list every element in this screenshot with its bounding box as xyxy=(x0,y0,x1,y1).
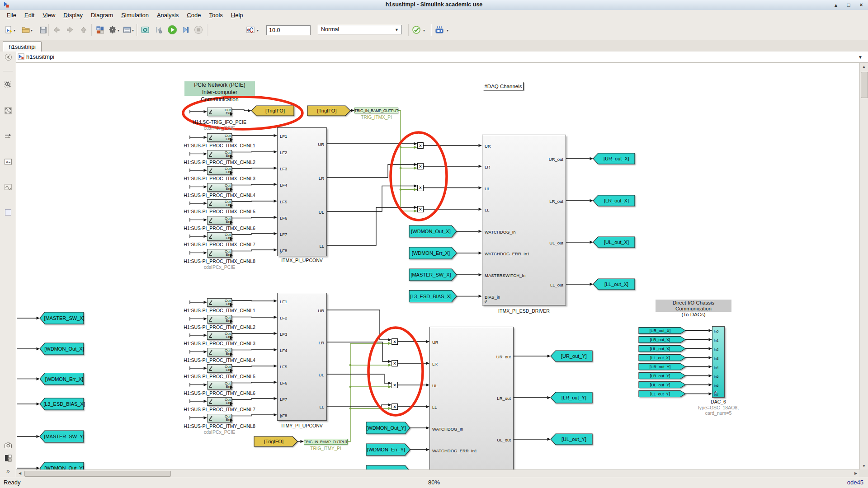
annotation-daq-note[interactable]: #DAQ Channels xyxy=(483,82,524,90)
gear-dropdown[interactable]: ▾ xyxy=(118,28,119,33)
run-button[interactable] xyxy=(167,25,177,35)
block-cdsipcx-itmx-chnl4[interactable]: OutErr xyxy=(207,183,232,192)
menu-help[interactable]: Help xyxy=(227,10,247,20)
io-keyboard-dropdown[interactable]: ▾ xyxy=(447,28,448,33)
block-trig-in-ramp-output-x[interactable]: TRIG_IN_RAMP_OUTPUT xyxy=(354,108,398,113)
goto-tag[interactable]: [UL_out_X] xyxy=(599,237,634,248)
from-tag-trigifo[interactable]: [TrigIFO] xyxy=(309,106,345,116)
block-cdsipcx-itmy-chnl8[interactable]: OutErr xyxy=(207,414,232,422)
block-trig-in-ramp-output-y[interactable]: TRIG_IN_RAMP_OUTPUT xyxy=(304,439,348,445)
block-dac-6[interactable]: In0In1In2In3In4In5In6In7∞ xyxy=(712,326,725,398)
from-tag[interactable]: [WDMON_Err_Y] xyxy=(368,444,405,455)
scroll-left-icon[interactable]: ◀ xyxy=(17,471,23,476)
goto-tag[interactable]: [L3_ESD_BIAS_X] xyxy=(46,398,83,410)
signal-routing-icon[interactable] xyxy=(3,131,13,141)
goto-tag[interactable]: [LR_out_Y] xyxy=(557,392,591,403)
block-cdsipcx-itmx-chnl3[interactable]: OutErr xyxy=(207,166,232,175)
block-cdsipcx-itmx-chnl7[interactable]: OutErr xyxy=(207,232,232,241)
block-cdsipcx-itmx-chnl8[interactable]: OutErr xyxy=(207,249,232,258)
menu-display[interactable]: Display xyxy=(59,10,87,20)
simulation-display-button[interactable] xyxy=(245,25,255,35)
back-button[interactable] xyxy=(52,25,61,35)
scroll-right-icon[interactable]: ▶ xyxy=(853,471,859,476)
new-model-button[interactable] xyxy=(4,25,14,35)
sim-mode-select[interactable]: Normal ▼ xyxy=(318,25,402,34)
open-dropdown[interactable]: ▾ xyxy=(31,28,33,33)
menu-edit[interactable]: Edit xyxy=(20,10,38,20)
product-block[interactable]: × xyxy=(417,142,424,149)
explorer-bar-toggle-icon[interactable] xyxy=(3,52,13,62)
from-tag[interactable]: [LL_out_X] xyxy=(640,355,680,361)
from-tag[interactable]: [L3_ESD_BIAS_X] xyxy=(410,291,451,302)
block-cdsipcx-itmy-chnl6[interactable]: OutErr xyxy=(207,381,232,389)
fit-view-icon[interactable] xyxy=(3,106,13,116)
goto-tag[interactable]: [LR_out_X] xyxy=(599,195,634,206)
block-itmx-pi-esd-driver[interactable]: URLRULLLWATCHDOG_InWATCHDOG_ERR_In1MASTE… xyxy=(482,135,566,305)
library-browser-button[interactable] xyxy=(95,25,105,35)
update-diagram-button[interactable] xyxy=(140,25,150,35)
block-cdsipcx-itmx-chnl2[interactable]: OutErr xyxy=(207,150,232,159)
model-advisor-check-button[interactable] xyxy=(411,25,421,35)
block-cdsipcx-itmy-chnl3[interactable]: OutErr xyxy=(207,331,232,340)
block-cdsipcx-itmy-chnl2[interactable]: OutErr xyxy=(207,315,232,324)
status-solver[interactable]: ode45 xyxy=(847,479,863,486)
model-canvas[interactable]: PCIe Network (PCIE)Inter-computer Commun… xyxy=(16,63,859,469)
block-itmx-pi-upconv[interactable]: LF1LF2LF3LF4LF5LF6LF7LF8URLRULLL∞ xyxy=(277,127,327,256)
product-block[interactable]: × xyxy=(417,185,424,191)
product-block[interactable]: × xyxy=(417,206,424,212)
block-cdsipcx-itmy-chnl4[interactable]: OutErr xyxy=(207,348,232,357)
horizontal-scrollbar[interactable]: ◀ ▶ xyxy=(16,469,859,477)
block-cdsipcx-itmx-chnl1[interactable]: OutErr xyxy=(207,133,232,142)
new-model-dropdown[interactable]: ▾ xyxy=(14,28,15,33)
block-itmy-pi-esd-driver[interactable]: URLRULLLWATCHDOG_InWATCHDOG_ERR_In1UR_ou… xyxy=(429,327,514,469)
breadcrumb-dropdown-icon[interactable]: ▼ xyxy=(858,55,863,60)
goto-tag[interactable]: [LL_out_X] xyxy=(599,279,634,290)
goto-tag[interactable]: [WDMON_Out_X] xyxy=(46,343,83,355)
annotation-pcie-note[interactable]: PCIe Network (PCIE)Inter-computer Commun… xyxy=(184,81,255,96)
goto-tag[interactable]: [UR_out_Y] xyxy=(557,351,591,361)
zoom-icon[interactable] xyxy=(3,80,13,90)
scroll-up-icon[interactable]: ▲ xyxy=(860,64,868,69)
from-tag[interactable]: [WDMON_Err_X] xyxy=(410,247,451,259)
forward-button[interactable] xyxy=(65,25,75,35)
vertical-scrollbar[interactable]: ▲ ▼ xyxy=(859,63,868,469)
product-block[interactable]: × xyxy=(392,404,398,410)
up-button[interactable] xyxy=(79,25,89,35)
menu-tools[interactable]: Tools xyxy=(205,10,226,20)
library-blocks-icon[interactable] xyxy=(3,453,13,463)
goto-tag[interactable]: [UR_out_X] xyxy=(599,153,634,164)
from-tag[interactable]: [UR_out_Y] xyxy=(640,364,680,370)
block-itmy-pi-upconv[interactable]: LF1LF2LF3LF4LF5LF6LF7LF8URLRULLL∞ xyxy=(277,293,327,421)
goto-tag[interactable]: [UL_out_Y] xyxy=(557,434,591,445)
model-advisor-dropdown[interactable]: ▾ xyxy=(423,28,425,33)
product-block[interactable]: × xyxy=(392,338,398,345)
simulation-display-dropdown[interactable]: ▾ xyxy=(257,28,259,33)
menu-view[interactable]: View xyxy=(38,10,59,20)
tab-h1susitmpi[interactable]: h1susitmpi xyxy=(3,41,42,52)
menu-code[interactable]: Code xyxy=(183,10,205,20)
menu-diagram[interactable]: Diagram xyxy=(87,10,117,20)
annotation-icon[interactable]: A xyxy=(3,157,13,167)
open-button[interactable] xyxy=(21,25,31,35)
annotation-dac-note[interactable]: Direct I/O Chassis Communication(To DACs… xyxy=(656,300,731,312)
from-tag[interactable]: [UR_out_X] xyxy=(640,328,680,334)
step-forward-button[interactable] xyxy=(181,25,191,35)
step-back-button[interactable] xyxy=(154,25,164,35)
menu-analysis[interactable]: Analysis xyxy=(153,10,183,20)
horizontal-scroll-thumb[interactable] xyxy=(24,471,171,477)
curve-annotation-icon[interactable] xyxy=(3,182,13,192)
from-tag[interactable]: [LL_out_Y] xyxy=(640,391,680,397)
from-tag[interactable]: [WDMON_Out_Y] xyxy=(368,422,405,434)
menu-file[interactable]: File xyxy=(3,10,20,20)
product-block[interactable]: × xyxy=(392,382,398,388)
model-explorer-button[interactable] xyxy=(122,25,132,35)
goto-tag[interactable]: [WDMON_Out_Y] xyxy=(46,462,83,469)
maximize-button[interactable]: □ xyxy=(845,2,852,8)
screenshot-icon[interactable] xyxy=(3,441,13,450)
close-button[interactable]: × xyxy=(858,2,864,8)
from-tag[interactable]: [MASTER_SW_X] xyxy=(410,269,451,281)
from-tag[interactable]: [UL_out_X] xyxy=(640,346,680,352)
block-cdsipcx-itmy-chnl7[interactable]: OutErr xyxy=(207,397,232,406)
shade-button[interactable]: ▴ xyxy=(833,2,839,8)
vertical-scroll-thumb[interactable] xyxy=(861,72,868,98)
